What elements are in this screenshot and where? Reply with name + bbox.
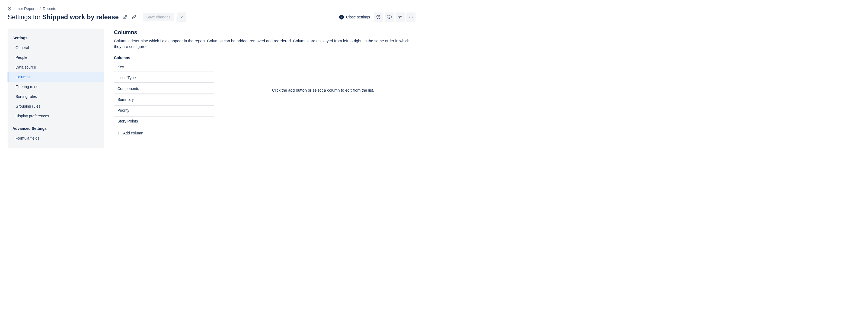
more-button[interactable] — [406, 12, 415, 22]
sidebar-item-people[interactable]: People — [8, 53, 104, 62]
settings-sidebar: Settings General People Data source Colu… — [8, 29, 104, 148]
save-button[interactable]: Save changes — [143, 13, 175, 22]
sidebar-item-columns[interactable]: Columns — [8, 72, 104, 82]
sidebar-item-general[interactable]: General — [8, 43, 104, 53]
column-item[interactable]: Key — [114, 62, 214, 72]
breadcrumb: Limbr Reports / Reports — [8, 6, 415, 11]
column-item[interactable]: Issue Type — [114, 73, 214, 82]
page-title: Settings for Shipped work by release — [8, 13, 119, 21]
copy-link-icon[interactable] — [131, 14, 137, 20]
sidebar-item-data-source[interactable]: Data source — [8, 62, 104, 72]
sidebar-item-sorting-rules[interactable]: Sorting rules — [8, 92, 104, 101]
svg-point-9 — [399, 18, 400, 19]
svg-point-11 — [411, 17, 411, 18]
sidebar-item-filtering-rules[interactable]: Filtering rules — [8, 82, 104, 92]
section-heading: Columns — [114, 29, 415, 35]
column-item[interactable]: Story Points — [114, 116, 214, 126]
sidebar-heading-advanced: Advanced Settings — [8, 125, 104, 133]
column-detail-empty-hint: Click the add button or select a column … — [230, 56, 415, 92]
section-description: Columns determine which fields appear in… — [114, 38, 412, 49]
sidebar-item-grouping-rules[interactable]: Grouping rules — [8, 101, 104, 111]
column-item[interactable]: Priority — [114, 105, 214, 115]
svg-point-10 — [409, 17, 410, 18]
page-title-prefix: Settings for — [8, 13, 42, 21]
add-column-label: Add column — [123, 131, 143, 135]
download-button[interactable] — [384, 12, 394, 22]
main-content: Columns Columns determine which fields a… — [114, 29, 415, 138]
page-title-subject: Shipped work by release — [42, 13, 119, 21]
sidebar-heading-settings: Settings — [8, 34, 104, 43]
save-dropdown-button[interactable] — [177, 12, 186, 22]
refresh-icon — [376, 14, 381, 20]
refresh-button[interactable] — [374, 12, 383, 22]
chevron-down-icon — [180, 15, 184, 19]
adjust-button[interactable] — [396, 12, 405, 22]
columns-subheading: Columns — [114, 56, 214, 60]
svg-point-1 — [9, 8, 10, 9]
breadcrumb-app[interactable]: Limbr Reports — [13, 6, 37, 11]
app-logo-icon — [8, 7, 11, 10]
column-item[interactable]: Components — [114, 84, 214, 94]
svg-line-2 — [124, 15, 126, 18]
close-icon — [339, 14, 344, 20]
more-horizontal-icon — [408, 14, 413, 20]
sliders-icon — [398, 14, 403, 20]
breadcrumb-section[interactable]: Reports — [43, 6, 56, 11]
svg-point-12 — [412, 17, 413, 18]
cloud-download-icon — [387, 14, 392, 20]
add-column-button[interactable]: Add column — [114, 128, 146, 138]
breadcrumb-separator: / — [40, 6, 41, 11]
plus-icon — [117, 131, 121, 135]
sidebar-item-display-preferences[interactable]: Display preferences — [8, 111, 104, 121]
close-settings-label: Close settings — [346, 15, 370, 19]
sidebar-item-formula-fields[interactable]: Formula fields — [8, 133, 104, 143]
svg-point-7 — [401, 16, 401, 17]
column-item[interactable]: Summary — [114, 95, 214, 104]
open-external-icon[interactable] — [122, 14, 128, 20]
close-settings-button[interactable]: Close settings — [337, 13, 372, 21]
